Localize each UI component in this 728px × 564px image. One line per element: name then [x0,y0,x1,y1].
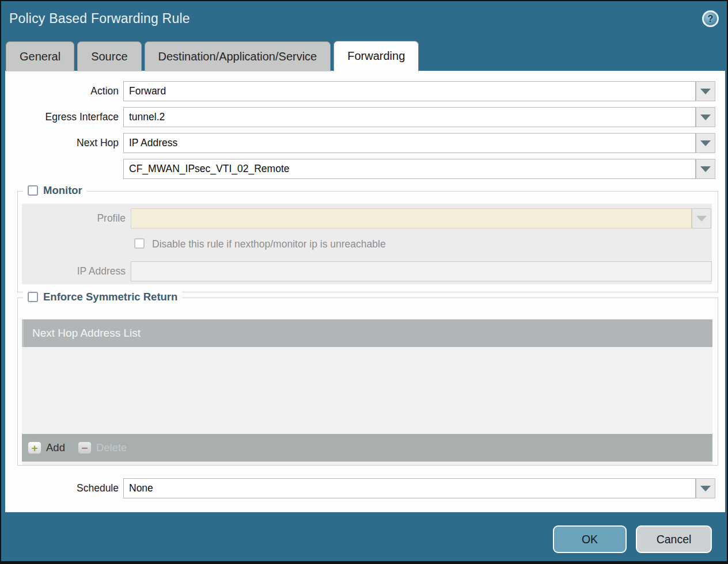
ok-button[interactable]: OK [553,525,627,553]
add-button[interactable]: + Add [28,441,65,454]
schedule-select[interactable]: None [123,478,696,498]
monitor-ip-address-label: IP Address [5,261,126,281]
egress-interface-select[interactable]: tunnel.2 [123,107,696,127]
dropdown-arrow-icon [700,115,711,120]
profile-label: Profile [5,208,126,228]
tab-bar: General Source Destination/Application/S… [6,41,419,71]
profile-dropdown-button [692,208,711,228]
next-hop-address-dropdown-button[interactable] [696,159,715,179]
profile-select [131,208,692,228]
table-body[interactable] [22,347,712,434]
dropdown-arrow-icon [700,166,711,172]
minus-icon: − [78,441,92,454]
schedule-dropdown-button[interactable] [696,478,715,498]
schedule-label: Schedule [5,478,119,498]
next-hop-label: Next Hop [5,133,119,153]
dropdown-arrow-icon [700,486,711,491]
forwarding-tab-panel: Action Forward Egress Interface tunnel.2… [5,71,725,512]
monitor-section-title: Monitor [43,184,82,197]
dropdown-arrow-icon [696,216,707,222]
next-hop-address-list-table: Next Hop Address List + Add − Delete [22,319,712,462]
next-hop-address-select[interactable]: CF_MWAN_IPsec_VTI_02_Remote [123,159,696,179]
add-button-label: Add [46,441,65,454]
dialog-title: Policy Based Forwarding Rule [9,11,190,26]
dropdown-arrow-icon [700,89,711,94]
table-header: Next Hop Address List [22,319,712,347]
table-bottom-strip [22,462,712,465]
disable-rule-checkbox [134,238,145,249]
tab-general[interactable]: General [6,41,74,71]
tab-destination-application-service[interactable]: Destination/Application/Service [145,41,331,71]
dropdown-arrow-icon [700,140,711,146]
plus-icon: + [28,441,41,454]
tab-forwarding[interactable]: Forwarding [333,41,419,71]
disable-rule-label: Disable this rule if nexthop/monitor ip … [152,238,386,250]
cancel-button[interactable]: Cancel [636,525,712,553]
action-label: Action [5,81,119,101]
enforce-symmetric-return-checkbox[interactable] [28,292,38,302]
action-select[interactable]: Forward [123,81,696,101]
policy-based-forwarding-rule-dialog: Policy Based Forwarding Rule ? General S… [0,0,728,564]
enforce-symmetric-return-title: Enforce Symmetric Return [43,291,177,303]
delete-button-label: Delete [96,441,127,454]
tab-source[interactable]: Source [77,41,141,71]
delete-button: − Delete [78,441,127,454]
table-toolbar: + Add − Delete [22,434,712,462]
egress-interface-dropdown-button[interactable] [696,107,715,127]
next-hop-dropdown-button[interactable] [696,133,715,153]
egress-interface-label: Egress Interface [5,107,119,127]
question-mark-glyph: ? [708,14,714,24]
monitor-ip-address-input [131,261,712,281]
help-icon[interactable]: ? [702,10,719,27]
next-hop-select[interactable]: IP Address [123,133,696,153]
monitor-checkbox[interactable] [28,185,38,196]
action-dropdown-button[interactable] [696,81,715,101]
